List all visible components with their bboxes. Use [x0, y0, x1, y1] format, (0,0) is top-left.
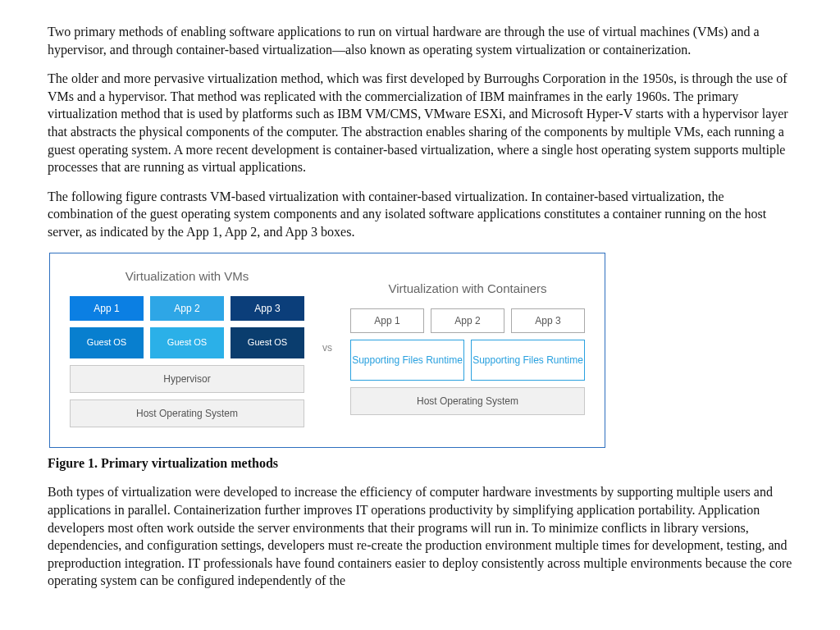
virtualization-diagram: Virtualization with VMs App 1 App 2 App … [49, 253, 605, 448]
vm-app-3: App 3 [231, 296, 304, 321]
vm-app-1: App 1 [70, 296, 144, 321]
vm-guest-row: Guest OS Guest OS Guest OS [70, 327, 304, 358]
container-app-2: App 2 [431, 308, 504, 333]
host-os-left: Host Operating System [70, 399, 304, 427]
paragraph-both-types: Both types of virtualization were develo… [48, 483, 792, 590]
container-column: Virtualization with Containers App 1 App… [350, 281, 585, 415]
figure-caption: Figure 1. Primary virtualization methods [48, 454, 792, 472]
vm-column-title: Virtualization with VMs [126, 268, 249, 285]
support-files-1: Supporting Files Runtime [350, 340, 464, 381]
guest-os-3: Guest OS [231, 327, 304, 358]
paragraph-history: The older and more pervasive virtualizat… [48, 70, 792, 176]
container-apps-row: App 1 App 2 App 3 [350, 308, 585, 333]
guest-os-1: Guest OS [70, 327, 144, 358]
container-column-title: Virtualization with Containers [388, 281, 546, 297]
vm-column: Virtualization with VMs App 1 App 2 App … [70, 268, 304, 427]
container-app-1: App 1 [350, 308, 424, 333]
vm-apps-row: App 1 App 2 App 3 [70, 296, 304, 321]
paragraph-figure-lead: The following figure contrasts VM-based … [48, 188, 792, 241]
support-files-2: Supporting Files Runtime [471, 340, 585, 381]
paragraph-intro: Two primary methods of enabling software… [48, 23, 792, 58]
container-app-3: App 3 [511, 308, 585, 333]
host-os-right: Host Operating System [350, 387, 585, 415]
guest-os-2: Guest OS [150, 327, 224, 358]
support-row: Supporting Files Runtime Supporting File… [350, 340, 585, 381]
hypervisor-box: Hypervisor [70, 365, 304, 393]
vs-label: vs [319, 341, 336, 354]
vm-app-2: App 2 [150, 296, 224, 321]
